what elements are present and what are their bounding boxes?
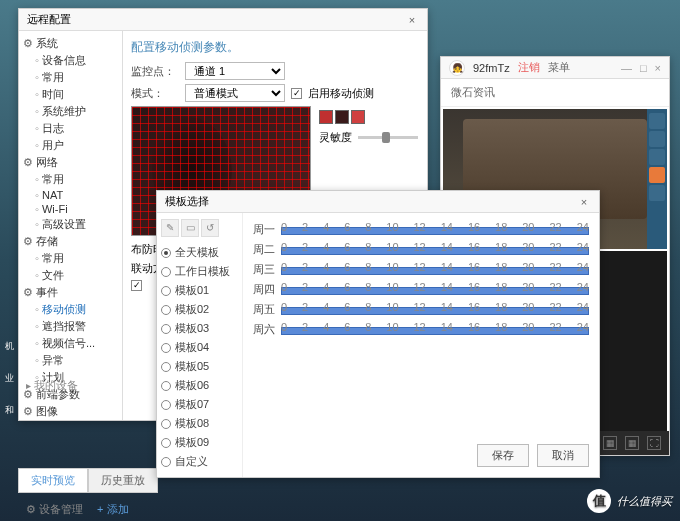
template-titlebar[interactable]: 模板选择 × bbox=[157, 191, 599, 213]
tab-realtime[interactable]: 实时预览 bbox=[18, 468, 88, 493]
tree-item[interactable]: 高级设置 bbox=[35, 216, 120, 233]
radio-icon[interactable] bbox=[161, 438, 171, 448]
schedule-bar[interactable]: 024681012141618202224 bbox=[281, 321, 589, 337]
radio-icon[interactable] bbox=[161, 362, 171, 372]
enable-motion-label: 启用移动侦测 bbox=[308, 86, 374, 101]
radio-icon[interactable] bbox=[161, 381, 171, 391]
tree-item[interactable]: NAT bbox=[35, 188, 120, 202]
template-option[interactable]: 模板04 bbox=[161, 338, 238, 357]
layout-3-icon[interactable]: ▦ bbox=[625, 436, 639, 450]
tree-item-motion[interactable]: 移动侦测 bbox=[35, 301, 120, 318]
radio-icon[interactable] bbox=[161, 457, 171, 467]
color-box-dark[interactable] bbox=[335, 110, 349, 124]
minimize-icon[interactable]: — bbox=[621, 62, 632, 74]
maximize-icon[interactable]: □ bbox=[640, 62, 647, 74]
radio-icon[interactable] bbox=[161, 267, 171, 277]
app-register-link[interactable]: 注销 bbox=[518, 60, 540, 75]
cam-control-button[interactable] bbox=[649, 113, 665, 129]
config-tree[interactable]: 系统 设备信息 常用 时间 系统维护 日志 用户 网络 常用 NAT Wi-Fi… bbox=[19, 31, 123, 420]
enable-motion-checkbox[interactable]: ✓ bbox=[291, 88, 302, 99]
radio-icon[interactable] bbox=[161, 343, 171, 353]
app-logo-icon: 👧 bbox=[449, 60, 465, 76]
cancel-button[interactable]: 取消 bbox=[537, 444, 589, 467]
template-option[interactable]: 模板02 bbox=[161, 300, 238, 319]
radio-icon[interactable] bbox=[161, 248, 171, 258]
radio-icon[interactable] bbox=[161, 305, 171, 315]
mode-select[interactable]: 普通模式 bbox=[185, 84, 285, 102]
schedule-bar[interactable]: 024681012141618202224 bbox=[281, 281, 589, 297]
radio-icon[interactable] bbox=[161, 419, 171, 429]
tree-item[interactable]: 系统维护 bbox=[35, 103, 120, 120]
tree-item[interactable]: 常用 bbox=[35, 69, 120, 86]
cam-control-button[interactable] bbox=[649, 185, 665, 201]
app-tab[interactable]: 微石资讯 bbox=[441, 79, 669, 107]
desktop-icon[interactable]: 和 bbox=[2, 404, 16, 418]
template-option[interactable]: 模板01 bbox=[161, 281, 238, 300]
app-menu-button[interactable]: 菜单 bbox=[548, 60, 570, 75]
link-checkbox[interactable]: ✓ bbox=[131, 280, 142, 291]
color-box-red2[interactable] bbox=[351, 110, 365, 124]
close-icon[interactable]: × bbox=[405, 13, 419, 27]
close-icon[interactable]: × bbox=[655, 62, 661, 74]
tree-item[interactable]: Wi-Fi bbox=[35, 202, 120, 216]
template-option[interactable]: 模板08 bbox=[161, 414, 238, 433]
schedule-row: 周二024681012141618202224 bbox=[253, 241, 589, 257]
schedule-bar[interactable]: 024681012141618202224 bbox=[281, 221, 589, 237]
tree-item[interactable]: 设备信息 bbox=[35, 52, 120, 69]
add-button[interactable]: + 添加 bbox=[97, 502, 128, 517]
template-option[interactable]: 全天模板 bbox=[161, 243, 238, 262]
color-box-red[interactable] bbox=[319, 110, 333, 124]
cam-control-button[interactable] bbox=[649, 149, 665, 165]
template-option[interactable]: 模板09 bbox=[161, 433, 238, 452]
template-label: 模板09 bbox=[175, 435, 209, 450]
day-label: 周四 bbox=[253, 282, 275, 297]
tree-system[interactable]: 系统 bbox=[23, 35, 120, 52]
watermark: 值 什么值得买 bbox=[587, 489, 672, 513]
sensitivity-slider[interactable] bbox=[358, 136, 418, 139]
tree-item[interactable]: 常用 bbox=[35, 171, 120, 188]
desktop-icon[interactable]: 机 bbox=[2, 340, 16, 354]
template-label: 模板03 bbox=[175, 321, 209, 336]
schedule-bar[interactable]: 024681012141618202224 bbox=[281, 301, 589, 317]
close-icon[interactable]: × bbox=[577, 195, 591, 209]
fullscreen-icon[interactable]: ⛶ bbox=[647, 436, 661, 450]
radio-icon[interactable] bbox=[161, 400, 171, 410]
tool-clear-icon[interactable]: ↺ bbox=[201, 219, 219, 237]
template-option[interactable]: 工作日模板 bbox=[161, 262, 238, 281]
config-titlebar[interactable]: 远程配置 × bbox=[19, 9, 427, 31]
cam-control-button[interactable] bbox=[649, 131, 665, 147]
tool-draw-icon[interactable]: ✎ bbox=[161, 219, 179, 237]
tree-item[interactable]: 文件 bbox=[35, 267, 120, 284]
desktop-icon[interactable]: 业 bbox=[2, 372, 16, 386]
tree-storage[interactable]: 存储 bbox=[23, 233, 120, 250]
tree-network[interactable]: 网络 bbox=[23, 154, 120, 171]
device-mgmt-button[interactable]: 设备管理 bbox=[26, 502, 83, 517]
radio-icon[interactable] bbox=[161, 286, 171, 296]
tree-item[interactable]: 视频信号... bbox=[35, 335, 120, 352]
layout-2-icon[interactable]: ▦ bbox=[603, 436, 617, 450]
tree-item[interactable]: 常用 bbox=[35, 250, 120, 267]
template-option[interactable]: 模板06 bbox=[161, 376, 238, 395]
tree-item[interactable]: 日志 bbox=[35, 120, 120, 137]
tree-event[interactable]: 事件 bbox=[23, 284, 120, 301]
monitor-point-select[interactable]: 通道 1 bbox=[185, 62, 285, 80]
template-option[interactable]: 模板05 bbox=[161, 357, 238, 376]
tool-erase-icon[interactable]: ▭ bbox=[181, 219, 199, 237]
app-titlebar[interactable]: 👧 92fmTz 注销 菜单 — □ × bbox=[441, 57, 669, 79]
schedule-bar[interactable]: 024681012141618202224 bbox=[281, 261, 589, 277]
radio-icon[interactable] bbox=[161, 324, 171, 334]
template-option[interactable]: 模板03 bbox=[161, 319, 238, 338]
tree-item[interactable]: 时间 bbox=[35, 86, 120, 103]
template-option[interactable]: 模板07 bbox=[161, 395, 238, 414]
save-button[interactable]: 保存 bbox=[477, 444, 529, 467]
monitor-point-label: 监控点： bbox=[131, 64, 179, 79]
template-option[interactable]: 自定义 bbox=[161, 452, 238, 471]
my-devices-row[interactable]: ▸ 我的设备 bbox=[26, 378, 78, 393]
tree-item[interactable]: 用户 bbox=[35, 137, 120, 154]
cam-control-button[interactable] bbox=[649, 167, 665, 183]
schedule-bar[interactable]: 024681012141618202224 bbox=[281, 241, 589, 257]
tree-image[interactable]: 图像 bbox=[23, 403, 120, 420]
tab-history[interactable]: 历史重放 bbox=[88, 468, 158, 493]
tree-item[interactable]: 遮挡报警 bbox=[35, 318, 120, 335]
tree-item[interactable]: 异常 bbox=[35, 352, 120, 369]
